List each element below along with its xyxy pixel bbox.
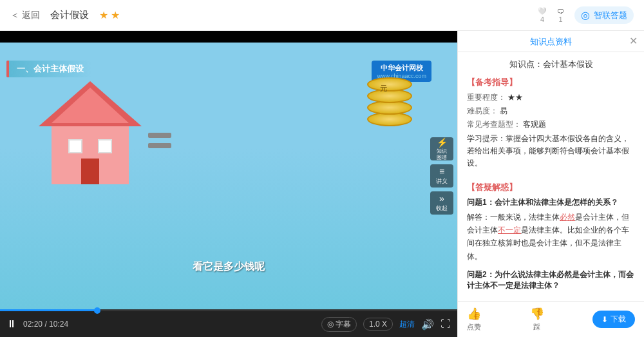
house	[39, 81, 142, 184]
section1-title: 【备考指导】	[467, 77, 635, 88]
panel-content: 知识点：会计基本假设 【备考指导】 重要程度： ★★ 难易度： 易 常见考查题型…	[458, 52, 644, 301]
q1-text: 问题1：会计主体和法律主体是怎样的关系？	[467, 197, 635, 208]
exam-type-row: 常见考查题型： 客观题	[467, 119, 635, 130]
user-icon: ◎	[581, 9, 590, 21]
handout-button[interactable]: ≡ 讲义	[430, 164, 453, 188]
tab-knowledge[interactable]: 知识点资料	[530, 36, 572, 48]
difficulty-row: 难易度： 易	[467, 106, 635, 117]
exam-type-label: 常见考查题型：	[467, 120, 521, 129]
like-count: 4	[540, 15, 544, 23]
topbar: ＜ 返回 会计假设 ★ ★ 🤍 4 🗨 1 ◎ 智联答题	[0, 0, 644, 31]
importance-label: 重要程度：	[467, 93, 506, 102]
eq-bar-top	[148, 133, 171, 138]
house-window-left	[68, 139, 82, 153]
stars: ★ ★	[99, 9, 120, 21]
knowledge-icon: ⚡	[437, 137, 448, 148]
badge-bar	[6, 61, 9, 77]
quality-button[interactable]: 超清	[399, 319, 415, 330]
house-window-right	[98, 139, 112, 153]
section-divider	[467, 177, 635, 182]
section2-title: 【答疑解惑】	[467, 182, 635, 193]
like-icon: 🤍	[538, 7, 547, 15]
comment-count: 1	[558, 15, 562, 23]
panel-close-button[interactable]: ✕	[629, 35, 638, 47]
panel-hint: 学习提示：掌握会计四大基本假设各自的含义，若给出相关事项，能够判断符合哪项会计基…	[467, 133, 635, 170]
house-illustration	[39, 81, 142, 184]
dislike-action-label: 踩	[533, 322, 540, 332]
video-content[interactable]: 一、会计主体假设 中华会计网校 www.chinaacc.com	[0, 31, 457, 309]
video-area: 一、会计主体假设 中华会计网校 www.chinaacc.com	[0, 31, 457, 337]
caption-label: 字幕	[336, 319, 351, 330]
equals-sign	[148, 133, 171, 148]
coin-label: 元	[380, 84, 387, 93]
progress-bar[interactable]	[0, 309, 457, 311]
q2-text: 问题2：为什么说法律主体必然是会计主体，而会计主体不一定是法律主体？	[467, 269, 635, 291]
coins-illustration: 元	[367, 68, 419, 126]
coin-4: 元	[367, 77, 412, 91]
difficulty-value: 易	[500, 106, 507, 115]
handout-icon: ≡	[439, 166, 444, 177]
main-content: 一、会计主体假设 中华会计网校 www.chinaacc.com	[0, 31, 644, 337]
collapse-label: 收起	[436, 204, 448, 213]
progress-dot	[94, 307, 100, 314]
caption-button[interactable]: ◎ 字幕	[321, 317, 357, 332]
speed-button[interactable]: 1.0 X	[363, 318, 393, 331]
house-door	[81, 159, 99, 184]
user-label: 智联答题	[594, 10, 627, 21]
panel-bottom: 👍 点赞 👎 踩 ⬇ 下载	[458, 301, 644, 337]
progress-fill	[0, 309, 97, 311]
star-2: ★	[111, 9, 120, 21]
a1-highlight2: 不一定	[498, 226, 521, 235]
like-action-label: 点赞	[467, 322, 481, 332]
play-pause-button[interactable]: ⏸	[6, 318, 17, 330]
panel-main-title: 知识点：会计基本假设	[467, 59, 635, 70]
knowledge-map-button[interactable]: ⚡ 知识图谱	[430, 137, 453, 160]
dislike-action-icon: 👎	[530, 307, 544, 321]
back-button[interactable]: ＜ 返回	[10, 10, 40, 21]
video-scene: 一、会计主体假设 中华会计网校 www.chinaacc.com	[0, 43, 457, 309]
badge-text: 一、会计主体假设	[17, 63, 84, 75]
house-body	[52, 126, 129, 184]
like-action[interactable]: 👍 点赞	[467, 307, 481, 332]
exam-type-value: 客观题	[523, 120, 546, 129]
download-button[interactable]: ⬇ 下载	[592, 311, 635, 328]
like-button[interactable]: 🤍 4	[538, 7, 547, 23]
collapse-button[interactable]: » 收起	[430, 191, 453, 215]
video-subtitle: 看它是多少钱呢	[193, 260, 265, 274]
importance-value: ★★	[507, 93, 523, 102]
video-controls: ⏸ 02:20 / 10:24 ◎ 字幕 1.0 X 超清 🔊 ⛶	[0, 311, 457, 337]
importance-row: 重要程度： ★★	[467, 92, 635, 103]
download-icon: ⬇	[601, 315, 608, 324]
speed-label: 1.0 X	[369, 320, 387, 329]
fullscreen-button[interactable]: ⛶	[440, 318, 451, 330]
video-black-top	[0, 31, 457, 43]
download-label: 下载	[611, 314, 626, 325]
user-button[interactable]: ◎ 智联答题	[574, 6, 634, 24]
right-panel: ✕ 知识点资料 知识点：会计基本假设 【备考指导】 重要程度： ★★ 难易度： …	[457, 31, 644, 337]
collapse-icon: »	[439, 193, 444, 204]
caption-icon: ◎	[327, 320, 334, 329]
dislike-action[interactable]: 👎 踩	[530, 307, 544, 332]
star-1: ★	[99, 9, 108, 21]
knowledge-label: 知识图谱	[437, 148, 447, 160]
page-title: 会计假设	[50, 9, 89, 21]
like-action-icon: 👍	[467, 307, 481, 321]
coin-stack: 元	[367, 68, 419, 126]
a1-highlight1: 必然	[560, 213, 575, 222]
comment-icon: 🗨	[557, 8, 564, 15]
video-side-buttons: ⚡ 知识图谱 ≡ 讲义 » 收起	[430, 137, 453, 215]
panel-tabs: 知识点资料	[458, 31, 644, 52]
comment-button[interactable]: 🗨 1	[557, 8, 564, 23]
eq-bar-bottom	[148, 143, 171, 148]
difficulty-label: 难易度：	[467, 106, 498, 115]
handout-label: 讲义	[436, 177, 448, 186]
time-current: 02:20	[23, 320, 43, 329]
time-display: 02:20 / 10:24	[23, 320, 68, 329]
back-chevron-icon: ＜	[10, 10, 19, 21]
a1-prefix: 解答：一般来说，法律主体	[467, 213, 560, 222]
volume-button[interactable]: 🔊	[421, 318, 434, 331]
back-label: 返回	[22, 10, 40, 21]
time-total: 10:24	[49, 320, 68, 329]
house-roof-inner	[52, 88, 129, 123]
a1-text: 解答：一般来说，法律主体必然是会计主体，但会计主体不一定是法律主体。比如企业的各…	[467, 211, 635, 264]
